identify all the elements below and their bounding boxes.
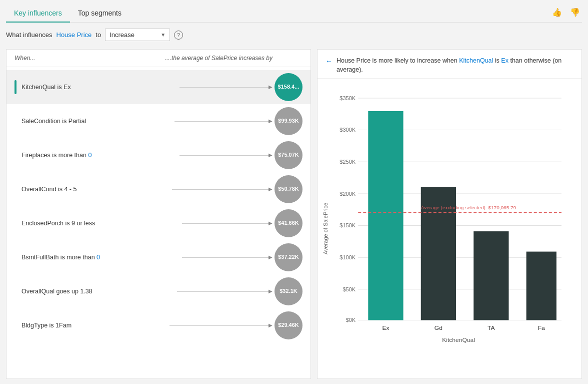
main-content: When... ....the average of SalePrice inc… bbox=[6, 49, 582, 379]
dropdown-arrow-icon: ▼ bbox=[160, 32, 166, 38]
bar-fa[interactable] bbox=[526, 252, 556, 320]
influencer-item[interactable]: SaleCondition is Partial $99.93K bbox=[6, 104, 310, 138]
svg-text:Fa: Fa bbox=[538, 324, 545, 331]
influencer-line bbox=[174, 121, 270, 122]
left-panel: When... ....the average of SalePrice inc… bbox=[6, 49, 311, 379]
influencer-label: KitchenQual is Ex bbox=[22, 84, 174, 91]
influencer-list: KitchenQual is Ex $158.4... SaleConditio… bbox=[6, 67, 310, 378]
tab-actions: 👍 👎 bbox=[550, 7, 582, 22]
influencer-item[interactable]: KitchenQual is Ex $158.4... bbox=[6, 70, 310, 104]
influencer-bubble: $29.46K bbox=[274, 311, 302, 339]
svg-text:$200K: $200K bbox=[340, 191, 356, 197]
influencer-line bbox=[180, 87, 270, 88]
influencer-item[interactable]: BsmtFullBath is more than 0 $37.22K bbox=[6, 240, 310, 274]
influencer-item[interactable]: EnclosedPorch is 9 or less $41.66K bbox=[6, 206, 310, 240]
influencer-line bbox=[172, 189, 270, 190]
influencer-label: OverallQual goes up 1.38 bbox=[22, 288, 172, 295]
svg-text:Average (excluding selected): : Average (excluding selected): $170,065.7… bbox=[421, 205, 516, 210]
svg-text:$350K: $350K bbox=[340, 95, 356, 101]
influencer-label: Fireplaces is more than 0 bbox=[22, 152, 174, 159]
influencer-item[interactable]: OverallCond is 4 - 5 $50.78K bbox=[6, 172, 310, 206]
left-panel-header: When... ....the average of SalePrice inc… bbox=[6, 50, 310, 67]
accent-bar bbox=[14, 80, 16, 94]
bar-ex[interactable] bbox=[368, 111, 403, 320]
help-icon[interactable]: ? bbox=[174, 31, 183, 40]
influencer-bubble: $41.66K bbox=[274, 209, 302, 237]
right-panel-title: House Price is more likely to increase w… bbox=[336, 57, 574, 74]
svg-text:$100K: $100K bbox=[340, 254, 356, 260]
col-avg-label: ....the average of SalePrice increases b… bbox=[165, 55, 302, 62]
y-axis-label: Average of SalePrice bbox=[322, 203, 328, 254]
influencer-item[interactable]: OverallQual goes up 1.38 $32.1K bbox=[6, 274, 310, 308]
influencer-item[interactable]: Fireplaces is more than 0 $75.07K bbox=[6, 138, 310, 172]
svg-text:KitchenQual: KitchenQual bbox=[442, 336, 475, 343]
influencer-line bbox=[180, 155, 270, 156]
filter-entity: House Price bbox=[56, 31, 92, 39]
svg-text:$150K: $150K bbox=[340, 223, 356, 229]
influencer-line bbox=[177, 291, 270, 292]
influencer-bubble: $50.78K bbox=[274, 175, 302, 203]
influencer-item[interactable]: BldgType is 1Fam $29.46K bbox=[6, 308, 310, 342]
chart-wrapper: Average of SalePrice bbox=[322, 84, 572, 373]
influencer-label: BldgType is 1Fam bbox=[22, 322, 164, 329]
svg-text:$0K: $0K bbox=[346, 317, 356, 323]
influencer-bubble: $75.07K bbox=[274, 141, 302, 169]
bar-ta[interactable] bbox=[474, 231, 508, 320]
filter-prefix: What influences bbox=[6, 31, 52, 39]
influencer-label: SaleCondition is Partial bbox=[22, 118, 170, 125]
influencer-label: OverallCond is 4 - 5 bbox=[22, 186, 167, 193]
back-arrow-icon[interactable]: ← bbox=[326, 57, 332, 65]
influencer-bubble: $32.1K bbox=[274, 277, 302, 305]
thumbs-down-button[interactable]: 👎 bbox=[568, 7, 582, 18]
svg-text:$300K: $300K bbox=[340, 127, 356, 133]
svg-text:Gd: Gd bbox=[434, 324, 442, 331]
influencer-label: BsmtFullBath is more than 0 bbox=[22, 254, 177, 261]
tab-bar: Key influencers Top segments 👍 👎 bbox=[6, 5, 582, 23]
influencer-line bbox=[182, 223, 270, 224]
tab-top-segments[interactable]: Top segments bbox=[70, 5, 130, 22]
svg-text:$250K: $250K bbox=[340, 159, 356, 165]
col-when-label: When... bbox=[14, 55, 165, 62]
influencer-bubble: $158.4... bbox=[274, 73, 302, 101]
svg-text:Ex: Ex bbox=[382, 324, 389, 331]
filter-row: What influences House Price to Increase … bbox=[6, 29, 582, 41]
influencer-bubble: $99.93K bbox=[274, 107, 302, 135]
right-panel-header: ← House Price is more likely to increase… bbox=[318, 50, 582, 79]
svg-text:TA: TA bbox=[488, 324, 495, 331]
influencer-label: EnclosedPorch is 9 or less bbox=[22, 220, 177, 227]
tab-key-influencers[interactable]: Key influencers bbox=[6, 5, 70, 22]
influencer-bubble: $37.22K bbox=[274, 243, 302, 271]
influencer-line bbox=[170, 325, 270, 326]
thumbs-up-button[interactable]: 👍 bbox=[550, 7, 564, 18]
svg-text:$50K: $50K bbox=[342, 286, 356, 292]
influencer-line bbox=[182, 257, 270, 258]
filter-connector: to bbox=[96, 31, 101, 39]
right-panel: ← House Price is more likely to increase… bbox=[317, 49, 582, 379]
bar-chart-svg: $350K $300K $250K $200K $150K $100K $50K… bbox=[330, 84, 572, 354]
increase-dropdown[interactable]: Increase ▼ bbox=[105, 29, 170, 41]
chart-area: Average of SalePrice bbox=[318, 79, 582, 378]
